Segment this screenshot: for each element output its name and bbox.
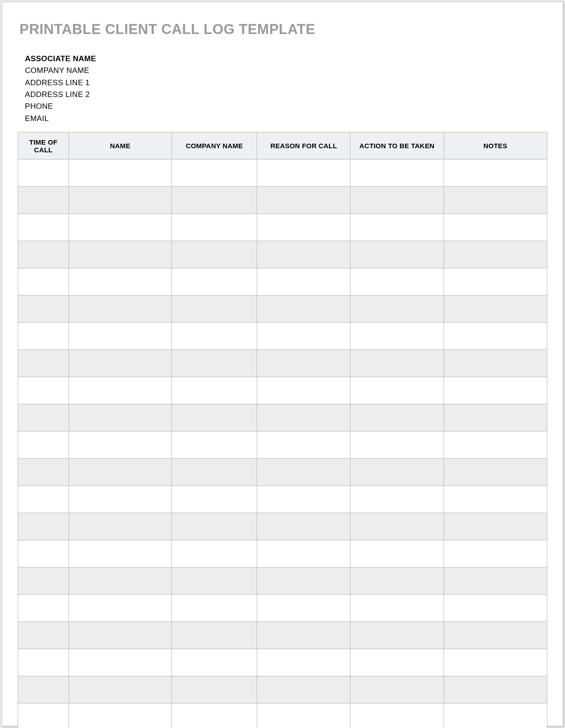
table-cell: [443, 513, 547, 540]
table-cell: [18, 323, 69, 350]
table-cell: [171, 649, 257, 676]
table-row: [18, 160, 547, 187]
table-cell: [257, 568, 351, 595]
table-cell: [351, 187, 444, 214]
call-log-table: TIME OF CALL NAME COMPANY NAME REASON FO…: [18, 132, 547, 728]
table-cell: [18, 350, 69, 377]
table-cell: [257, 241, 351, 268]
table-row: [18, 676, 547, 704]
table-cell: [443, 432, 547, 459]
col-header-name: NAME: [69, 132, 172, 160]
table-cell: [257, 459, 351, 486]
table-cell: [18, 214, 69, 241]
table-cell: [443, 187, 547, 214]
table-cell: [69, 432, 172, 459]
table-row: [18, 486, 547, 513]
table-cell: [171, 595, 257, 622]
table-row: [18, 404, 547, 432]
table-cell: [443, 649, 547, 676]
email-label: EMAIL: [25, 113, 547, 125]
table-cell: [18, 187, 69, 214]
table-cell: [171, 187, 257, 214]
table-row: [18, 296, 547, 323]
table-cell: [171, 568, 257, 595]
table-cell: [69, 513, 172, 540]
table-cell: [18, 704, 69, 728]
table-row: [18, 704, 547, 728]
table-row: [18, 323, 547, 350]
table-cell: [443, 377, 547, 404]
table-cell: [69, 622, 172, 649]
table-cell: [351, 214, 444, 241]
table-cell: [18, 595, 69, 622]
address-line-2-label: ADDRESS LINE 2: [25, 89, 547, 101]
table-cell: [257, 704, 351, 728]
col-header-action: ACTION TO BE TAKEN: [351, 132, 444, 160]
table-row: [18, 459, 547, 486]
table-cell: [18, 676, 69, 704]
table-row: [18, 649, 547, 676]
table-cell: [69, 377, 172, 404]
table-row: [18, 377, 547, 404]
table-cell: [443, 622, 547, 649]
table-cell: [69, 160, 172, 187]
table-cell: [171, 404, 257, 432]
table-cell: [18, 404, 69, 432]
table-cell: [69, 214, 172, 241]
table-cell: [351, 649, 444, 676]
table-cell: [18, 568, 69, 595]
table-row: [18, 350, 547, 377]
table-cell: [443, 241, 547, 268]
table-cell: [351, 160, 444, 187]
table-cell: [69, 595, 172, 622]
table-cell: [171, 704, 257, 728]
table-cell: [257, 513, 351, 540]
table-cell: [351, 540, 444, 568]
table-cell: [171, 296, 257, 323]
table-row: [18, 540, 547, 568]
table-cell: [257, 377, 351, 404]
table-cell: [18, 649, 69, 676]
table-cell: [443, 404, 547, 432]
table-cell: [171, 377, 257, 404]
table-cell: [18, 432, 69, 459]
table-cell: [257, 214, 351, 241]
table-cell: [351, 568, 444, 595]
table-cell: [171, 214, 257, 241]
table-cell: [18, 160, 69, 187]
table-cell: [351, 323, 444, 350]
table-row: [18, 432, 547, 459]
table-cell: [257, 486, 351, 513]
table-cell: [443, 160, 547, 187]
table-cell: [69, 323, 172, 350]
table-cell: [443, 459, 547, 486]
document-page: PRINTABLE CLIENT CALL LOG TEMPLATE ASSOC…: [2, 2, 563, 726]
table-cell: [18, 268, 69, 296]
table-cell: [69, 350, 172, 377]
table-cell: [171, 432, 257, 459]
table-cell: [351, 676, 444, 704]
table-row: [18, 622, 547, 649]
table-cell: [351, 350, 444, 377]
table-cell: [257, 622, 351, 649]
table-cell: [443, 568, 547, 595]
table-cell: [69, 676, 172, 704]
table-cell: [18, 540, 69, 568]
col-header-notes: NOTES: [443, 132, 547, 160]
table-cell: [18, 622, 69, 649]
col-header-reason: REASON FOR CALL: [257, 132, 351, 160]
table-cell: [18, 486, 69, 513]
table-cell: [443, 704, 547, 728]
table-cell: [171, 540, 257, 568]
table-cell: [257, 296, 351, 323]
table-cell: [171, 350, 257, 377]
table-cell: [171, 160, 257, 187]
table-cell: [257, 676, 351, 704]
table-cell: [171, 622, 257, 649]
table-row: [18, 241, 547, 268]
phone-label: PHONE: [25, 101, 547, 112]
table-row: [18, 568, 547, 595]
table-cell: [351, 704, 444, 728]
table-cell: [257, 540, 351, 568]
table-cell: [257, 432, 351, 459]
